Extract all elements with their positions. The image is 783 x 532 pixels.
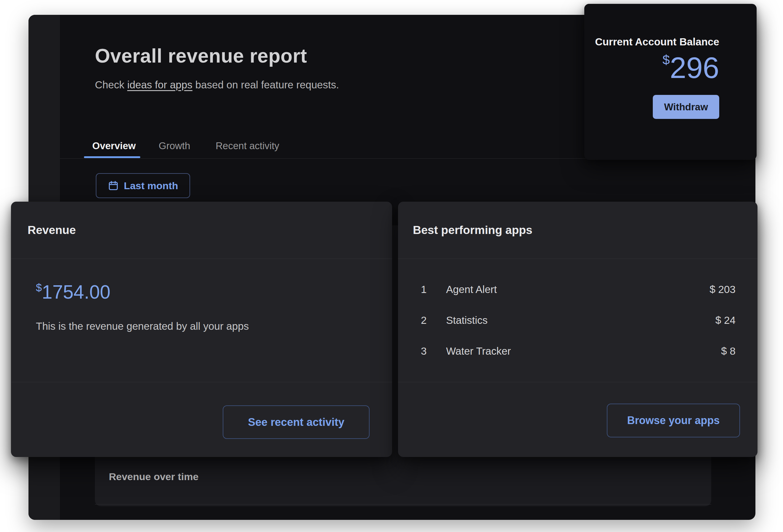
revenue-amount-value: 1754.00 bbox=[42, 281, 110, 303]
balance-amount-value: 296 bbox=[670, 51, 719, 84]
revenue-card-header-divider bbox=[11, 258, 392, 259]
app-list-item: 3 Water Tracker $ 8 bbox=[398, 336, 757, 367]
app-name: Water Tracker bbox=[446, 345, 511, 357]
active-tab-underline bbox=[84, 156, 140, 158]
subtitle-text-prefix: Check bbox=[95, 79, 127, 90]
page-background: Overall revenue report Check ideas for a… bbox=[0, 0, 783, 532]
subtitle-text-suffix: based on real feature requests. bbox=[192, 79, 339, 90]
balance-title: Current Account Balance bbox=[595, 36, 719, 48]
balance-card: Current Account Balance $296 Withdraw bbox=[584, 4, 757, 160]
currency-symbol: $ bbox=[36, 282, 42, 294]
best-apps-card: Best performing apps 1 Agent Alert $ 203… bbox=[398, 202, 757, 457]
app-rank: 2 bbox=[421, 314, 446, 326]
app-amount: $ 203 bbox=[710, 283, 735, 295]
app-rank: 1 bbox=[421, 283, 446, 295]
chart-card-divider bbox=[95, 504, 711, 504]
app-rank: 3 bbox=[421, 345, 446, 357]
app-name: Statistics bbox=[446, 314, 488, 326]
app-list-item: 1 Agent Alert $ 203 bbox=[398, 274, 757, 305]
see-recent-activity-button[interactable]: See recent activity bbox=[223, 405, 370, 439]
page-title: Overall revenue report bbox=[95, 44, 307, 67]
calendar-icon bbox=[108, 180, 119, 191]
page-subtitle: Check ideas for apps based on real featu… bbox=[95, 79, 339, 91]
withdraw-button[interactable]: Withdraw bbox=[653, 95, 719, 119]
revenue-over-time-title: Revenue over time bbox=[109, 471, 198, 482]
revenue-description: This is the revenue generated by all you… bbox=[36, 320, 249, 332]
tab-growth[interactable]: Growth bbox=[159, 140, 190, 152]
app-amount: $ 8 bbox=[721, 345, 735, 357]
tab-recent-activity[interactable]: Recent activity bbox=[216, 140, 279, 152]
app-amount: $ 24 bbox=[715, 314, 735, 326]
app-name: Agent Alert bbox=[446, 283, 497, 295]
best-apps-header-divider bbox=[398, 258, 757, 259]
date-range-button[interactable]: Last month bbox=[96, 173, 190, 198]
best-apps-footer-divider bbox=[398, 382, 757, 382]
best-apps-list: 1 Agent Alert $ 203 2 Statistics $ 24 3 … bbox=[398, 274, 757, 367]
revenue-card-title: Revenue bbox=[28, 224, 76, 237]
ideas-for-apps-link[interactable]: ideas for apps bbox=[127, 79, 192, 90]
app-list-item: 2 Statistics $ 24 bbox=[398, 305, 757, 336]
currency-symbol: $ bbox=[663, 53, 670, 67]
revenue-card-footer-divider bbox=[11, 382, 392, 382]
revenue-amount: $1754.00 bbox=[36, 281, 110, 303]
browse-your-apps-button[interactable]: Browse your apps bbox=[607, 404, 740, 437]
tab-overview[interactable]: Overview bbox=[92, 140, 136, 152]
date-range-label: Last month bbox=[124, 180, 178, 192]
revenue-card: Revenue $1754.00 This is the revenue gen… bbox=[11, 202, 392, 457]
best-apps-title: Best performing apps bbox=[413, 224, 532, 237]
balance-amount: $296 bbox=[663, 51, 719, 85]
